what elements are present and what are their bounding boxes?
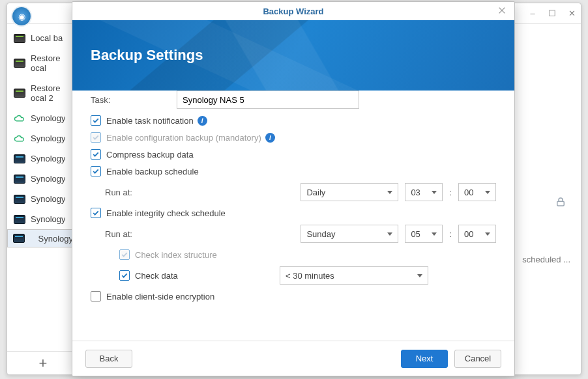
enable-encryption-row: Enable client-side encryption <box>91 291 496 302</box>
nas-icon <box>14 89 25 98</box>
sidebar-item-label: Synology <box>31 154 65 163</box>
maximize-button[interactable]: ☐ <box>547 8 557 19</box>
sidebar-item-label: Restore ocal <box>31 53 61 73</box>
add-task-button[interactable]: + <box>7 351 79 374</box>
integrity-runat-row: Run at: Sunday 05 : 00 <box>91 225 496 243</box>
enable-encryption-label: Enable client-side encryption <box>106 292 214 302</box>
dialog-title: Backup Wizard <box>72 2 514 20</box>
lock-icon <box>555 196 566 210</box>
next-button[interactable]: Next <box>401 350 448 368</box>
check-index-label: Check index structure <box>135 250 217 260</box>
enable-notification-row: Enable task notification i <box>91 115 496 126</box>
enable-notification-label: Enable task notification <box>106 116 194 126</box>
check-index-checkbox <box>119 249 130 260</box>
integrity-minute-select[interactable]: 00 <box>458 225 496 243</box>
schedule-runat-row: Run at: Daily 03 : 00 <box>91 183 496 201</box>
enable-integrity-label: Enable integrity check schedule <box>106 208 226 218</box>
enable-schedule-checkbox[interactable] <box>91 166 101 176</box>
remote-icon <box>14 215 25 224</box>
close-dialog-button[interactable] <box>497 6 508 16</box>
check-data-duration-select[interactable]: < 30 minutes <box>280 266 428 285</box>
compress-checkbox[interactable] <box>91 149 101 160</box>
remote-icon <box>14 195 25 204</box>
cloud-icon <box>14 114 25 123</box>
cloud-icon <box>14 134 25 143</box>
app-logo-icon: ◉ <box>12 7 31 25</box>
check-data-row: Check data < 30 minutes <box>91 266 496 285</box>
remote-icon <box>14 175 25 184</box>
info-icon[interactable]: i <box>198 116 207 126</box>
sidebar-item[interactable]: Local ba <box>7 28 79 48</box>
dialog-banner: Backup Settings <box>72 20 514 91</box>
task-label: Task: <box>91 95 177 105</box>
run-at-label: Run at: <box>105 229 280 239</box>
back-button[interactable]: Back <box>85 350 132 368</box>
compress-row: Compress backup data <box>91 149 496 160</box>
task-name-input[interactable] <box>177 91 359 109</box>
dialog-title-text: Backup Wizard <box>263 7 323 16</box>
time-colon: : <box>449 188 452 197</box>
check-index-row: Check index structure <box>91 249 496 260</box>
run-at-label: Run at: <box>105 188 280 197</box>
sidebar-item-label: Synology <box>38 234 73 244</box>
task-row: Task: <box>91 91 496 109</box>
info-icon[interactable]: i <box>265 133 275 143</box>
schedule-hour-select[interactable]: 03 <box>405 183 443 201</box>
dialog-body: Task: Enable task notification i Enable … <box>91 91 496 341</box>
backup-wizard-dialog: Backup Wizard Backup Settings Task: Enab… <box>72 1 515 376</box>
time-colon: : <box>449 229 452 239</box>
sidebar-item-label: Local ba <box>31 33 63 43</box>
dialog-footer: Back Next Cancel <box>72 341 514 376</box>
check-data-label: Check data <box>135 271 280 281</box>
close-window-button[interactable]: ✕ <box>566 8 577 19</box>
svg-rect-0 <box>557 201 565 206</box>
sidebar-item-label: Synology <box>31 174 65 184</box>
sidebar-item[interactable]: Restore ocal <box>7 48 79 78</box>
enable-notification-checkbox[interactable] <box>91 115 101 126</box>
nas-icon <box>14 34 25 43</box>
remote-icon <box>13 234 25 243</box>
enable-config-backup-row: Enable configuration backup (mandatory) … <box>91 132 496 143</box>
enable-integrity-row: Enable integrity check schedule <box>91 208 496 218</box>
integrity-hour-select[interactable]: 05 <box>405 225 443 243</box>
enable-config-backup-label: Enable configuration backup (mandatory) <box>106 133 261 143</box>
enable-integrity-checkbox[interactable] <box>91 208 101 218</box>
sidebar-item-label: Synology <box>31 194 65 204</box>
sidebar-item[interactable]: Synology <box>7 108 79 128</box>
check-data-checkbox[interactable] <box>119 270 130 281</box>
sidebar: Local baRestore ocalRestore ocal 2Synolo… <box>7 28 79 351</box>
sidebar-item[interactable]: Synology <box>7 189 79 209</box>
enable-schedule-row: Enable backup schedule <box>91 166 496 176</box>
compress-label: Compress backup data <box>106 150 194 160</box>
minimize-button[interactable]: – <box>527 8 538 19</box>
schedule-frequency-select[interactable]: Daily <box>301 183 398 201</box>
enable-encryption-checkbox[interactable] <box>91 291 101 302</box>
enable-config-backup-checkbox <box>91 132 101 143</box>
sidebar-item[interactable]: Synology <box>7 128 79 148</box>
cancel-button[interactable]: Cancel <box>454 350 501 368</box>
integrity-day-select[interactable]: Sunday <box>301 225 398 243</box>
scheduled-text: scheduled ... <box>522 255 570 264</box>
enable-schedule-label: Enable backup schedule <box>106 167 199 176</box>
sidebar-item[interactable]: Restore ocal 2 <box>7 78 79 108</box>
sidebar-item-label: Synology <box>31 214 65 224</box>
sidebar-item-label: Synology <box>31 113 65 123</box>
remote-icon <box>14 154 25 163</box>
sidebar-item-label: Synology <box>31 133 65 143</box>
nas-icon <box>14 59 25 68</box>
schedule-minute-select[interactable]: 00 <box>458 183 496 201</box>
sidebar-item[interactable]: Synology <box>7 148 79 169</box>
sidebar-item-label: Restore ocal 2 <box>31 83 61 103</box>
sidebar-item[interactable]: Synology <box>7 169 79 189</box>
sidebar-item[interactable]: Synology <box>7 209 79 229</box>
dialog-heading: Backup Settings <box>91 47 203 64</box>
sidebar-item[interactable]: Synology <box>7 229 79 247</box>
